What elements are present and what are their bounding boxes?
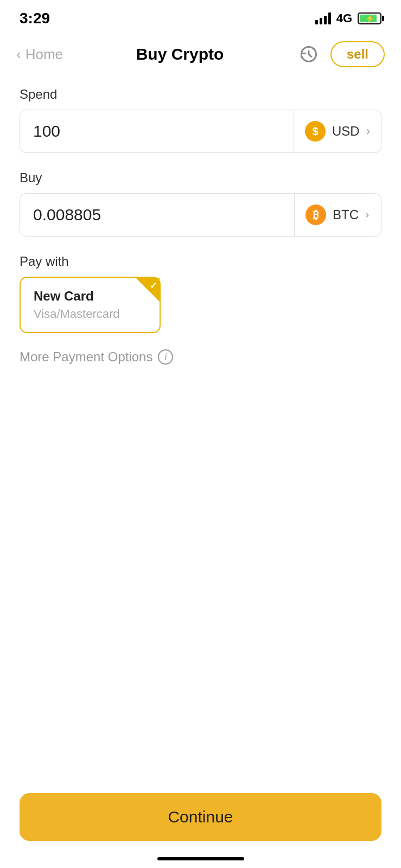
buy-input-row: ₿ BTC › bbox=[20, 193, 381, 237]
sell-button[interactable]: sell bbox=[330, 41, 385, 67]
status-time: 3:29 bbox=[20, 10, 50, 27]
new-card-option[interactable]: ✓ New Card Visa/Mastercard bbox=[20, 277, 161, 333]
spend-amount-input[interactable] bbox=[20, 110, 294, 152]
back-label: Home bbox=[26, 46, 63, 63]
spend-currency-selector[interactable]: $ USD › bbox=[294, 110, 381, 152]
card-type: Visa/Mastercard bbox=[34, 307, 147, 321]
buy-section: Buy ₿ BTC › bbox=[20, 170, 381, 237]
buy-currency-selector[interactable]: ₿ BTC › bbox=[294, 194, 381, 236]
spend-currency-label: USD bbox=[332, 124, 360, 139]
spend-section: Spend $ USD › bbox=[20, 87, 381, 153]
back-chevron-icon: ‹ bbox=[16, 47, 21, 61]
more-payment-options[interactable]: More Payment Options i bbox=[20, 349, 381, 365]
pay-with-label: Pay with bbox=[20, 254, 381, 269]
pay-with-section: Pay with ✓ New Card Visa/Mastercard More… bbox=[20, 254, 381, 365]
continue-button[interactable]: Continue bbox=[20, 793, 381, 841]
home-indicator bbox=[157, 857, 244, 860]
content-area: Spend $ USD › Buy ₿ BTC › bbox=[0, 76, 401, 375]
back-button[interactable]: ‹ Home bbox=[16, 46, 63, 63]
status-bar: 3:29 4G ⚡ bbox=[0, 0, 401, 33]
nav-bar: ‹ Home Buy Crypto sell bbox=[0, 33, 401, 76]
more-options-text: More Payment Options bbox=[20, 349, 152, 365]
buy-currency-chevron-icon: › bbox=[365, 208, 369, 222]
info-icon: i bbox=[158, 349, 173, 365]
signal-icon bbox=[315, 12, 331, 24]
card-name: New Card bbox=[34, 289, 147, 304]
buy-currency-label: BTC bbox=[333, 207, 359, 222]
spend-label: Spend bbox=[20, 87, 381, 102]
page-title: Buy Crypto bbox=[136, 45, 224, 63]
nav-actions: sell bbox=[297, 41, 385, 67]
checkmark-icon: ✓ bbox=[150, 280, 157, 291]
buy-amount-input[interactable] bbox=[20, 194, 294, 236]
network-label: 4G bbox=[336, 11, 352, 25]
spend-input-row: $ USD › bbox=[20, 110, 381, 153]
status-icons: 4G ⚡ bbox=[315, 11, 381, 25]
buy-label: Buy bbox=[20, 170, 381, 186]
battery-icon: ⚡ bbox=[358, 12, 381, 24]
spend-currency-chevron-icon: › bbox=[366, 124, 370, 138]
usd-icon: $ bbox=[305, 121, 326, 142]
history-button[interactable] bbox=[297, 42, 321, 66]
btc-icon: ₿ bbox=[305, 205, 326, 225]
